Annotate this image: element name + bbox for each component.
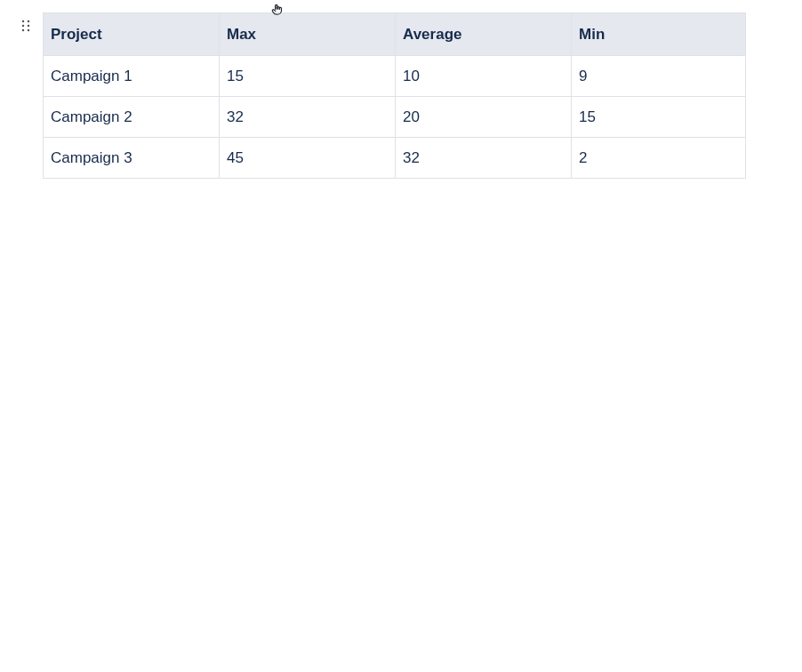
cell-max[interactable]: 15 bbox=[220, 56, 396, 97]
table-row[interactable]: Campaign 1 15 10 9 bbox=[44, 56, 746, 97]
cell-average[interactable]: 10 bbox=[396, 56, 572, 97]
drag-handle-icon[interactable] bbox=[21, 20, 30, 32]
cell-min[interactable]: 15 bbox=[572, 97, 746, 138]
cell-project[interactable]: Campaign 1 bbox=[44, 56, 220, 97]
table-row[interactable]: Campaign 3 45 32 2 bbox=[44, 138, 746, 179]
table-row[interactable]: Campaign 2 32 20 15 bbox=[44, 97, 746, 138]
data-table[interactable]: Project Max Average Min Campaign 1 15 10… bbox=[43, 12, 746, 179]
svg-point-0 bbox=[22, 20, 24, 22]
svg-point-5 bbox=[28, 29, 29, 31]
col-header-max[interactable]: Max bbox=[220, 13, 396, 56]
cell-average[interactable]: 32 bbox=[396, 138, 572, 179]
col-header-average[interactable]: Average bbox=[396, 13, 572, 56]
cell-project[interactable]: Campaign 2 bbox=[44, 97, 220, 138]
cell-min[interactable]: 9 bbox=[572, 56, 746, 97]
svg-point-4 bbox=[22, 29, 24, 31]
cell-min[interactable]: 2 bbox=[572, 138, 746, 179]
cell-average[interactable]: 20 bbox=[396, 97, 572, 138]
table-header-row: Project Max Average Min bbox=[44, 13, 746, 56]
cell-max[interactable]: 32 bbox=[220, 97, 396, 138]
svg-point-2 bbox=[22, 25, 24, 27]
col-header-project[interactable]: Project bbox=[44, 13, 220, 56]
cell-max[interactable]: 45 bbox=[220, 138, 396, 179]
svg-point-3 bbox=[28, 25, 29, 27]
svg-point-1 bbox=[28, 20, 29, 22]
cell-project[interactable]: Campaign 3 bbox=[44, 138, 220, 179]
col-header-min[interactable]: Min bbox=[572, 13, 746, 56]
